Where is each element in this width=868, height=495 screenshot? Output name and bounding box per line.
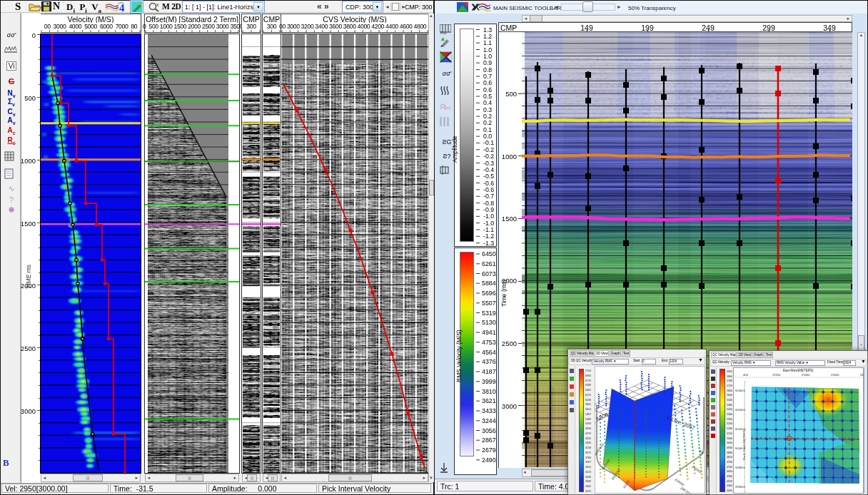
svg-text:4520: 4520 xyxy=(727,480,732,483)
svg-text:x: x xyxy=(156,2,159,7)
svg-text:2679: 2679 xyxy=(482,446,496,454)
svg-text:5720: 5720 xyxy=(727,384,732,387)
svg-text:2475: 2475 xyxy=(585,490,591,493)
svg-text:East-West(METERS): East-West(METERS) xyxy=(783,369,814,372)
svg-text:-1.3: -1.3 xyxy=(483,240,494,247)
svg-text:2490: 2490 xyxy=(482,456,496,464)
svg-text:6402: 6402 xyxy=(585,389,591,392)
svg-text:6589: 6589 xyxy=(585,384,591,387)
svg-text:3621: 3621 xyxy=(482,397,496,404)
svg-text:5180: 5180 xyxy=(727,427,732,430)
svg-text:400: 400 xyxy=(743,373,749,377)
svg-text:5467: 5467 xyxy=(585,413,591,416)
svg-text:600400: 600400 xyxy=(735,408,746,412)
svg-text:4532: 4532 xyxy=(585,437,591,440)
svg-text:5240: 5240 xyxy=(727,422,732,425)
svg-text:3244: 3244 xyxy=(482,417,496,424)
svg-text:23400: 23400 xyxy=(802,373,810,377)
svg-text:2867: 2867 xyxy=(482,437,496,444)
svg-text:3597: 3597 xyxy=(585,461,591,464)
svg-text:Time (ms): Time (ms) xyxy=(500,280,508,307)
svg-text:3999: 3999 xyxy=(482,378,496,385)
svg-text:23200: 23200 xyxy=(772,373,781,377)
svg-text:4906: 4906 xyxy=(585,427,591,430)
svg-text:4187: 4187 xyxy=(482,368,496,375)
svg-text:5060: 5060 xyxy=(727,437,732,440)
svg-text:6261: 6261 xyxy=(482,260,496,267)
svg-text:4719: 4719 xyxy=(585,432,591,435)
svg-text:4580: 4580 xyxy=(727,475,732,478)
svg-text:6450: 6450 xyxy=(482,250,496,257)
svg-text:23600: 23600 xyxy=(831,373,839,377)
svg-text:5280: 5280 xyxy=(585,418,591,421)
svg-text:4376: 4376 xyxy=(482,358,496,365)
svg-text:3784: 3784 xyxy=(585,456,591,459)
svg-text:5900: 5900 xyxy=(727,370,732,373)
svg-text:5840: 5840 xyxy=(727,375,732,378)
svg-text:RMS Velocity (M/S): RMS Velocity (M/S) xyxy=(455,330,463,382)
svg-text:5360: 5360 xyxy=(727,413,732,416)
svg-text:5841: 5841 xyxy=(585,403,591,406)
svg-text:2662: 2662 xyxy=(585,485,591,488)
svg-text:4345: 4345 xyxy=(585,442,591,444)
svg-text:5507: 5507 xyxy=(482,300,496,307)
svg-text:5480: 5480 xyxy=(727,404,732,407)
svg-text:7150: 7150 xyxy=(585,369,591,372)
svg-text:4: 4 xyxy=(119,2,125,13)
svg-text:3056: 3056 xyxy=(482,427,496,434)
svg-text:6776: 6776 xyxy=(585,379,591,382)
svg-text:4564: 4564 xyxy=(482,349,496,356)
svg-text:(METERS): (METERS) xyxy=(680,486,695,494)
svg-text:6215: 6215 xyxy=(585,394,591,397)
svg-text:5654: 5654 xyxy=(585,408,591,411)
svg-text:4640: 4640 xyxy=(727,470,732,473)
svg-text:4940: 4940 xyxy=(727,446,732,449)
svg-text:5120: 5120 xyxy=(727,432,732,435)
svg-text:240000: 240000 xyxy=(691,465,702,474)
svg-text:3433: 3433 xyxy=(482,407,496,414)
svg-text:5319: 5319 xyxy=(482,310,496,317)
svg-text:4700: 4700 xyxy=(727,466,732,469)
svg-text:5130: 5130 xyxy=(482,319,496,326)
svg-text:5780: 5780 xyxy=(727,379,732,382)
svg-text:5093: 5093 xyxy=(585,422,591,425)
svg-text:6028: 6028 xyxy=(585,399,591,402)
svg-text:4400: 4400 xyxy=(727,489,732,492)
svg-text:5884: 5884 xyxy=(482,280,496,287)
svg-text:3036: 3036 xyxy=(585,476,591,479)
svg-text:599600: 599600 xyxy=(735,485,746,489)
svg-text:3810: 3810 xyxy=(482,388,496,395)
svg-text:6073: 6073 xyxy=(482,270,496,277)
svg-text:238000: 238000 xyxy=(674,478,685,487)
svg-text:5300: 5300 xyxy=(727,418,732,421)
svg-text:3410: 3410 xyxy=(585,466,591,469)
svg-text:4753: 4753 xyxy=(482,339,496,346)
svg-text:5696: 5696 xyxy=(482,290,496,297)
svg-text:4820: 4820 xyxy=(727,456,732,459)
svg-text:TIME ms: TIME ms xyxy=(25,265,32,289)
svg-text:Plot: Plot xyxy=(440,31,447,34)
svg-text:3971: 3971 xyxy=(585,451,591,454)
svg-text:600600: 600600 xyxy=(735,389,746,392)
svg-text:5540: 5540 xyxy=(727,399,732,402)
svg-text:North-South(METERS): North-South(METERS) xyxy=(742,429,746,460)
svg-text:4158: 4158 xyxy=(585,446,591,449)
svg-text:4880: 4880 xyxy=(727,451,732,454)
svg-text:4760: 4760 xyxy=(727,461,732,464)
svg-text:5420: 5420 xyxy=(727,408,732,411)
svg-text:5660: 5660 xyxy=(727,389,732,392)
svg-text:3223: 3223 xyxy=(585,471,591,474)
svg-text:599800: 599800 xyxy=(735,466,746,469)
svg-text:Amplitude: Amplitude xyxy=(451,136,458,163)
svg-text:2849: 2849 xyxy=(585,480,591,483)
svg-text:4460: 4460 xyxy=(727,484,732,487)
svg-text:5600: 5600 xyxy=(727,394,732,397)
svg-text:6963: 6963 xyxy=(585,374,591,377)
svg-text:5000: 5000 xyxy=(727,442,732,444)
svg-text:4941: 4941 xyxy=(482,329,496,336)
